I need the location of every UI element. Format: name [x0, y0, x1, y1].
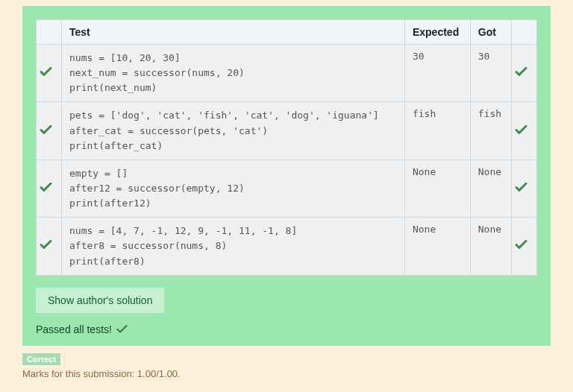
got-value: fish: [470, 102, 511, 159]
expected-value: 30: [404, 45, 470, 102]
test-code: empty = [] after12 = successor(empty, 12…: [62, 159, 405, 217]
check-icon: [116, 325, 128, 334]
row-status: [37, 45, 62, 102]
expected-value: fish: [404, 102, 470, 159]
marks-line: Marks for this submission: 1.00/1.00.: [22, 368, 551, 379]
col-status: [37, 20, 62, 45]
correct-badge: Correct: [22, 353, 60, 365]
check-icon: [515, 183, 527, 192]
question-container: Test Expected Got nums = [10, 20, 30] ne…: [0, 0, 573, 392]
passed-all-line: Passed all tests!: [36, 323, 537, 335]
col-test: Test: [62, 20, 405, 45]
results-body: nums = [10, 20, 30] next_num = successor…: [37, 45, 537, 276]
expected-value: None: [404, 218, 470, 275]
row-result: [512, 102, 537, 159]
table-row: nums = [4, 7, -1, 12, 9, -1, 11, -1, 8] …: [37, 218, 537, 275]
table-row: pets = ['dog', 'cat', 'fish', 'cat', 'do…: [37, 102, 537, 159]
check-icon: [515, 240, 527, 250]
got-value: 30: [470, 45, 511, 102]
test-code: nums = [10, 20, 30] next_num = successor…: [62, 45, 405, 102]
check-icon: [515, 67, 527, 77]
check-icon: [515, 125, 527, 135]
col-result: [512, 20, 537, 45]
check-icon: [40, 183, 52, 192]
row-result: [512, 45, 537, 102]
row-result: [512, 159, 537, 217]
col-expected: Expected: [404, 20, 470, 45]
show-author-solution-button[interactable]: Show author's solution: [36, 288, 164, 313]
expected-value: None: [404, 159, 470, 217]
check-icon: [40, 240, 52, 250]
table-row: empty = [] after12 = successor(empty, 12…: [37, 159, 537, 217]
results-table: Test Expected Got nums = [10, 20, 30] ne…: [36, 19, 537, 276]
check-icon: [40, 67, 52, 77]
row-status: [37, 218, 62, 275]
row-result: [512, 218, 537, 275]
row-status: [37, 159, 62, 217]
got-value: None: [470, 218, 511, 275]
test-code: nums = [4, 7, -1, 12, 9, -1, 11, -1, 8] …: [62, 218, 405, 275]
feedback-panel: Test Expected Got nums = [10, 20, 30] ne…: [22, 6, 551, 346]
passed-all-text: Passed all tests!: [36, 323, 112, 335]
table-row: nums = [10, 20, 30] next_num = successor…: [37, 45, 537, 102]
got-value: None: [470, 159, 511, 217]
check-icon: [40, 125, 52, 135]
col-got: Got: [470, 20, 511, 45]
test-code: pets = ['dog', 'cat', 'fish', 'cat', 'do…: [62, 102, 405, 159]
row-status: [37, 102, 62, 159]
